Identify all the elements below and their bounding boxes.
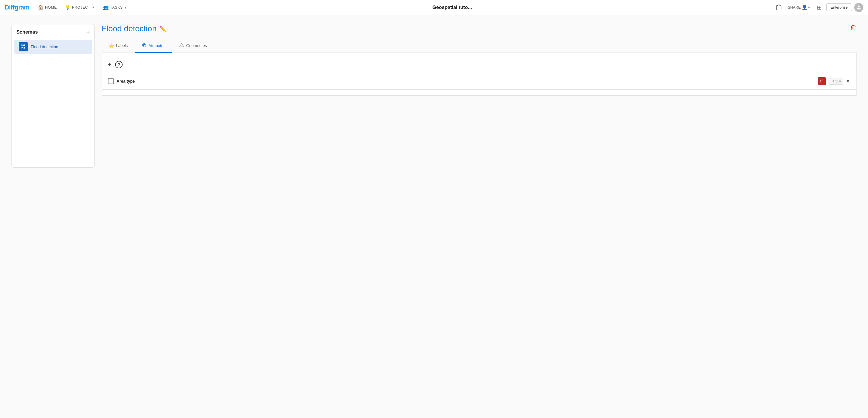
- share-add-person-icon: 👤+: [802, 5, 810, 10]
- tabs: ⭐ Labels Attributes: [102, 39, 857, 53]
- tab-labels[interactable]: ⭐ Labels: [102, 39, 135, 53]
- edit-title-icon[interactable]: ✏️: [159, 25, 166, 32]
- attr-row-right: ID 114 ▼: [818, 77, 850, 85]
- svg-rect-8: [145, 43, 146, 44]
- attr-toolbar: + ?: [102, 59, 856, 73]
- labels-star-icon: ⭐: [108, 43, 114, 49]
- schemas-add-button[interactable]: +: [86, 29, 90, 35]
- enterprise-button[interactable]: Enterprise: [826, 3, 852, 11]
- notifications-icon[interactable]: [774, 3, 783, 12]
- topnav-right: SHARE 👤+ ⊞ Enterprise: [774, 3, 863, 12]
- attr-type-icon: [108, 78, 114, 84]
- schema-heading-title: Flood detection ✏️: [102, 24, 166, 33]
- schema-item-icon: +: [19, 42, 28, 51]
- share-button[interactable]: SHARE 👤+: [786, 3, 813, 11]
- tab-geometries-label: Geometries: [186, 43, 207, 48]
- user-avatar[interactable]: [854, 3, 863, 12]
- attr-id-badge: ID 114: [828, 78, 843, 85]
- nav-home[interactable]: 🏠 HOME: [35, 3, 60, 11]
- nav-project-label: PROJECT: [72, 5, 90, 9]
- schema-title-text: Flood detection: [102, 24, 156, 33]
- right-panel: Flood detection ✏️ ⭐ Labels: [102, 24, 857, 409]
- schema-heading: Flood detection ✏️: [102, 24, 857, 33]
- svg-rect-1: [21, 44, 23, 47]
- main-content: Schemas + + Flood detection Flood detect…: [0, 15, 868, 418]
- topnav-center: Geospatial tuto...: [133, 5, 772, 10]
- schemas-title: Schemas: [17, 29, 38, 35]
- project-title: Geospatial tuto...: [432, 5, 472, 10]
- attributes-icon: [142, 42, 147, 49]
- attr-name: Area type: [117, 79, 135, 84]
- svg-point-0: [858, 5, 860, 7]
- schema-item-flood-detection[interactable]: + Flood detection: [14, 40, 92, 54]
- attr-expand-icon[interactable]: ▼: [846, 79, 850, 84]
- attr-delete-button[interactable]: [818, 77, 826, 85]
- schema-delete-button[interactable]: [850, 24, 857, 33]
- project-icon: 💡: [65, 5, 71, 10]
- geometries-icon: [179, 42, 184, 49]
- tasks-icon: 👥: [103, 5, 109, 10]
- svg-rect-7: [143, 43, 144, 44]
- tasks-chevron-icon: ▼: [124, 5, 127, 9]
- home-icon: 🏠: [38, 5, 44, 10]
- logo-gram: gram: [14, 4, 30, 11]
- logo[interactable]: Diffgram: [5, 4, 29, 11]
- share-label: SHARE: [788, 5, 801, 9]
- schema-item-label: Flood detection: [31, 44, 58, 49]
- tab-geometries[interactable]: Geometries: [172, 39, 214, 53]
- attr-add-button[interactable]: +: [107, 61, 112, 68]
- svg-point-2: [23, 44, 25, 47]
- svg-rect-9: [143, 46, 144, 47]
- nav-tasks-label: TASKS: [110, 5, 123, 9]
- schemas-header: Schemas +: [12, 29, 94, 39]
- nav-project[interactable]: 💡 PROJECT ▼: [62, 3, 98, 11]
- attr-help-button[interactable]: ?: [115, 61, 123, 68]
- attributes-section: + ? Area type ID 11: [102, 53, 857, 96]
- svg-text:+: +: [24, 48, 25, 49]
- tab-attributes-label: Attributes: [148, 43, 165, 48]
- attr-row: Area type ID 114 ▼: [102, 73, 856, 90]
- tab-attributes[interactable]: Attributes: [135, 39, 172, 53]
- project-chevron-icon: ▼: [92, 5, 95, 9]
- logo-diff: Diff: [5, 4, 14, 11]
- layout-icon[interactable]: ⊞: [815, 3, 824, 12]
- svg-marker-12: [180, 43, 184, 47]
- topnav: Diffgram 🏠 HOME 💡 PROJECT ▼ 👥 TASKS ▼ Ge…: [0, 0, 868, 15]
- schemas-panel: Schemas + + Flood detection: [11, 24, 95, 168]
- tab-labels-label: Labels: [116, 43, 128, 48]
- attr-row-left: Area type: [108, 78, 135, 84]
- nav-tasks[interactable]: 👥 TASKS ▼: [100, 3, 130, 11]
- tabs-container: ⭐ Labels Attributes: [102, 39, 857, 96]
- nav-home-label: HOME: [45, 5, 57, 9]
